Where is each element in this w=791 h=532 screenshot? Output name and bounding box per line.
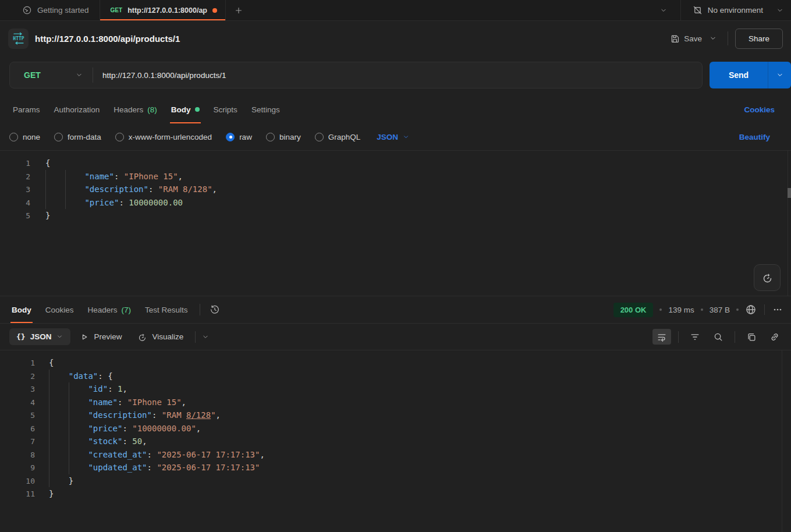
visualize-button[interactable]: Visualize	[131, 332, 189, 342]
code-line[interactable]: 2"name": "IPhone 15",	[0, 170, 791, 183]
visualize-label: Visualize	[152, 332, 183, 341]
search-button[interactable]	[709, 329, 728, 345]
indent-guide	[69, 409, 88, 422]
code-token: "RAM 8/128"	[158, 185, 212, 194]
response-tab-headers[interactable]: Headers (7)	[81, 296, 139, 323]
wrap-text-button[interactable]	[652, 329, 671, 345]
response-tabs: Body Cookies Headers (7) Test Results 20…	[0, 296, 791, 324]
code-token: :	[122, 437, 132, 446]
method-label: GET	[24, 70, 41, 80]
code-line[interactable]: 5}	[0, 209, 791, 222]
line-number: 1	[0, 157, 30, 171]
environment-dropdown-button[interactable]	[775, 6, 791, 15]
mode-raw[interactable]: raw	[226, 133, 252, 141]
response-tab-test-results[interactable]: Test Results	[138, 296, 195, 323]
response-tab-cookies[interactable]: Cookies	[38, 296, 81, 323]
indent-guide	[45, 170, 65, 183]
code-line[interactable]: 3"description": "RAM 8/128",	[0, 183, 791, 196]
postbot-button[interactable]	[754, 264, 781, 291]
indent-guide	[49, 422, 69, 435]
save-options-button[interactable]	[705, 31, 721, 46]
beautify-link[interactable]: Beautify	[739, 133, 782, 141]
editor-boundary-line	[788, 151, 788, 296]
response-format-select[interactable]: {} JSON	[9, 328, 70, 345]
mode-x-www-form-urlencoded[interactable]: x-www-form-urlencoded	[115, 133, 212, 141]
code-token: "description"	[88, 410, 152, 420]
environment-selector[interactable]: No environment	[681, 5, 771, 15]
language-select[interactable]: JSON	[377, 133, 410, 141]
method-select[interactable]: GET	[10, 70, 93, 80]
code-line: 4"name": "IPhone 15",	[0, 396, 791, 409]
tab-list-dropdown-button[interactable]	[647, 6, 680, 15]
share-button[interactable]: Share	[735, 29, 783, 49]
tab-authorization[interactable]: Authorization	[47, 95, 107, 123]
no-environment-icon	[693, 5, 703, 15]
divider	[678, 331, 679, 343]
url-input[interactable]: http://127.0.0.1:8000/api/products/1	[93, 71, 226, 80]
more-views-button[interactable]	[201, 333, 210, 341]
code-line[interactable]: 1{	[0, 157, 791, 170]
tab-params[interactable]: Params	[6, 95, 47, 123]
send-options-button[interactable]	[768, 62, 791, 88]
mode-form-data[interactable]: form-data	[54, 133, 101, 141]
topbar-right: No environment	[647, 0, 791, 20]
code-token: "description"	[84, 185, 148, 194]
radio-icon	[115, 133, 124, 141]
line-number: 8	[0, 449, 35, 462]
code-token: "2025-06-17 17:17:13"	[157, 450, 260, 459]
tab-request-method: GET	[111, 7, 123, 13]
dot-separator	[736, 308, 739, 311]
mode-graphql[interactable]: GraphQL	[315, 133, 361, 141]
copy-button[interactable]	[742, 329, 761, 345]
indent-guide	[49, 461, 69, 474]
send-button[interactable]: Send	[710, 62, 768, 88]
network-globe-icon[interactable]	[745, 304, 757, 315]
divider	[728, 31, 728, 45]
cookies-link[interactable]: Cookies	[744, 105, 785, 114]
radio-selected-icon	[226, 133, 235, 141]
response-size[interactable]: 387 B	[710, 306, 730, 314]
response-history-button[interactable]	[205, 302, 225, 317]
unsaved-changes-dot-icon	[212, 8, 217, 13]
url-bar: GET http://127.0.0.1:8000/api/products/1…	[0, 56, 791, 95]
status-badge[interactable]: 200 OK	[613, 303, 654, 317]
tab-settings[interactable]: Settings	[244, 95, 287, 123]
tab-scripts[interactable]: Scripts	[207, 95, 244, 123]
scrollbar-thumb[interactable]	[788, 188, 791, 198]
tab-getting-started[interactable]: Getting started	[12, 0, 100, 20]
code-token: "name"	[84, 172, 114, 181]
preview-button[interactable]: Preview	[74, 332, 127, 342]
indent-guide	[49, 409, 69, 422]
code-line: 8"created_at": "2025-06-17 17:17:13",	[0, 448, 791, 462]
indent-guide	[49, 396, 69, 409]
filter-icon	[690, 332, 700, 342]
more-options-icon[interactable]	[772, 304, 783, 315]
new-tab-button[interactable]	[226, 0, 251, 20]
link-button[interactable]	[765, 329, 784, 345]
mode-binary[interactable]: binary	[266, 133, 301, 141]
response-body-editor: 1{2"data": {3"id": 1,4"name": "IPhone 15…	[0, 350, 791, 532]
request-body-editor[interactable]: 1{2"name": "IPhone 15",3"description": "…	[0, 150, 791, 296]
code-line: 1{	[0, 356, 791, 370]
indent-guide	[65, 170, 85, 183]
code-token: "	[211, 410, 215, 420]
headers-count-badge: (8)	[147, 105, 157, 114]
filter-button[interactable]	[686, 329, 704, 345]
code-line[interactable]: 4"price": 10000000.00	[0, 196, 791, 210]
tab-headers[interactable]: Headers (8)	[107, 95, 164, 123]
request-tabs: Params Authorization Headers (8) Body Sc…	[0, 95, 791, 123]
code-token: "updated_at"	[88, 463, 147, 472]
response-headers-count-badge: (7)	[122, 306, 132, 314]
save-button[interactable]: Save	[666, 30, 705, 47]
line-number: 2	[0, 171, 30, 184]
code-token: "stock"	[88, 437, 122, 446]
tab-scripts-label: Scripts	[214, 105, 237, 114]
tab-request-active[interactable]: GET http://127.0.0.1:8000/ap	[100, 0, 226, 20]
response-time[interactable]: 139 ms	[668, 306, 694, 314]
mode-none[interactable]: none	[9, 133, 40, 141]
tab-body[interactable]: Body	[164, 95, 207, 123]
code-token: ,	[178, 172, 183, 181]
response-tab-body[interactable]: Body	[5, 296, 38, 323]
line-number: 3	[0, 183, 30, 197]
search-icon	[713, 332, 723, 342]
